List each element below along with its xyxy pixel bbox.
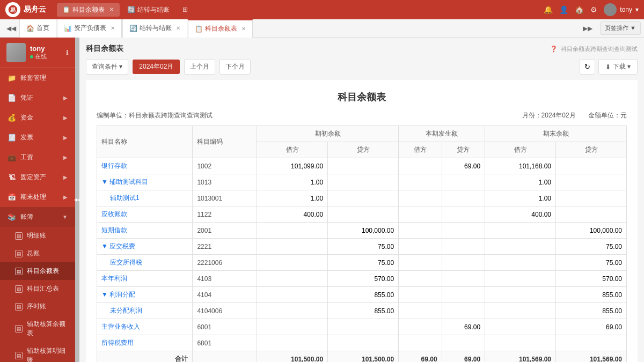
download-button[interactable]: ⬇ 下载 ▾ <box>598 59 638 75</box>
cell-cur-credit <box>442 287 485 303</box>
tab-operations-btn[interactable]: 页签操作 ▼ <box>600 21 641 35</box>
user-name-top: tony <box>620 6 632 13</box>
submenu-subject-summary[interactable]: ▤ 科目汇总表 <box>0 280 75 298</box>
user-icon[interactable]: 👤 <box>559 5 568 14</box>
report-month-currency: 月份：2024年02月 金额单位：元 <box>522 111 627 120</box>
cell-name[interactable]: 应交所得税 <box>97 255 193 271</box>
page-hint: 科目余额表跨期查询查询测试 <box>561 45 638 53</box>
tab-assets-icon: 📊 <box>64 25 72 32</box>
cell-ob-debit <box>257 271 328 287</box>
cell-name[interactable]: 本年利润 <box>97 271 193 287</box>
cell-ob-credit <box>328 174 399 190</box>
th-ob-debit: 借方 <box>257 142 328 158</box>
tab-next-btn[interactable]: ▶▶ <box>580 23 596 34</box>
salary-icon: 💼 <box>8 153 16 161</box>
cell-code: 1013001 <box>193 190 257 206</box>
top-tab-kemuyuebiao[interactable]: 📋 科目余额表 ✕ <box>57 3 120 17</box>
top-tab-icon: 📋 <box>62 6 70 13</box>
th-subject-code: 科目编码 <box>193 126 257 158</box>
cell-ob-credit: 75.00 <box>328 239 399 255</box>
top-tab-jiezhuan[interactable]: 🔄 结转与结账 <box>122 3 175 17</box>
refresh-button[interactable]: ↻ <box>580 59 595 75</box>
fixed-assets-icon: 🏗 <box>8 173 16 181</box>
top-tab-close[interactable]: ✕ <box>109 6 114 13</box>
cell-cur-credit <box>442 174 485 190</box>
cell-name[interactable]: 辅助测试1 <box>97 190 193 206</box>
tab-transfer-close[interactable]: ✕ <box>176 25 180 31</box>
sidebar-item-fixed-assets[interactable]: 🏗 固定资产 ▶ <box>0 167 75 187</box>
submenu-journal[interactable]: ▤ 序时账 <box>0 298 75 315</box>
cell-ob-debit <box>257 335 328 351</box>
cell-cb-credit: 69.00 <box>556 319 627 335</box>
app-name: 易舟云 <box>24 5 46 14</box>
cell-cur-credit <box>442 206 485 223</box>
download-icon: ⬇ <box>605 63 611 71</box>
next-month-button[interactable]: 下个月 <box>219 59 251 75</box>
sidebar-item-account-mgmt[interactable]: 📁 账套管理 <box>0 68 75 88</box>
user-details: tony 在线 <box>30 45 47 61</box>
page-hint-icon: ❓ <box>550 46 558 53</box>
submenu-dot-2: ▤ <box>15 250 23 257</box>
table-row: 银行存款 1002 101,099.00 69.00 101,168.00 <box>97 158 627 174</box>
cell-ob-debit: 400.00 <box>257 206 328 223</box>
submenu-aux-detailed[interactable]: ▤ 辅助核算明细账 <box>0 342 75 362</box>
user-info-top[interactable]: tony ▾ <box>604 3 639 16</box>
cell-name[interactable]: 短期借款 <box>97 223 193 239</box>
table-row: 合计 101,500.00 101,500.00 69.00 69.00 101… <box>97 351 627 363</box>
period-end-icon: 📅 <box>8 193 16 201</box>
sidebar-item-ledger[interactable]: 📚 账簿 ▼ <box>0 207 75 227</box>
date-button[interactable]: 2024年02月 <box>133 60 180 74</box>
tab-trial-balance[interactable]: 📋 科目余额表 ✕ <box>188 19 253 38</box>
cell-cb-credit: 75.00 <box>556 239 627 255</box>
cell-name[interactable]: ▼ 辅助测试科目 <box>97 174 193 190</box>
add-tab-icon: ⊞ <box>182 6 188 13</box>
cell-name[interactable]: ▼ 应交税费 <box>97 239 193 255</box>
tab-home[interactable]: 🏠 首页 <box>19 19 56 38</box>
top-tab-add[interactable]: ⊞ <box>177 4 193 16</box>
cell-name[interactable]: ▼ 利润分配 <box>97 287 193 303</box>
sidebar-item-voucher[interactable]: 📄 凭证 ▶ <box>0 88 75 108</box>
cell-name[interactable]: 未分配利润 <box>97 303 193 319</box>
cell-name[interactable]: 所得税费用 <box>97 335 193 351</box>
tab-assets-close[interactable]: ✕ <box>111 25 115 31</box>
fixed-assets-label: 固定资产 <box>20 173 46 182</box>
tab-transfer[interactable]: 🔄 结转与结账 ✕ <box>122 19 187 38</box>
table-row: ▼ 利润分配 4104 855.00 855.00 <box>97 287 627 303</box>
home-icon[interactable]: 🏠 <box>575 5 584 14</box>
sidebar-collapse-handle[interactable]: ◀ <box>75 38 79 362</box>
tab-assets[interactable]: 📊 资产负债表 ✕ <box>57 19 122 38</box>
cell-code: 1122 <box>193 206 257 223</box>
sidebar-item-invoice[interactable]: 🧾 发票 ▶ <box>0 128 75 147</box>
voucher-label: 凭证 <box>20 93 33 102</box>
cell-ob-debit <box>257 223 328 239</box>
toolbar: 查询条件 ▾ 2024年02月 上个月 下个月 ↻ ⬇ 下载 ▾ <box>86 59 638 75</box>
filter-button[interactable]: 查询条件 ▾ <box>86 59 128 75</box>
sidebar-item-funds[interactable]: 💰 资金 ▶ <box>0 108 75 128</box>
cell-name[interactable]: 银行存款 <box>97 158 193 174</box>
cell-code: 4104 <box>193 287 257 303</box>
user-info-sidebar-icon[interactable]: ℹ <box>66 49 69 56</box>
sidebar-item-salary[interactable]: 💼 工资 ▶ <box>0 147 75 167</box>
logo-icon: 易 <box>5 2 20 17</box>
cell-cb-credit: 101,569.00 <box>556 351 627 363</box>
submenu-aux-balance[interactable]: ▤ 辅助核算余额表 <box>0 315 75 342</box>
cell-name[interactable]: 主营业务收入 <box>97 319 193 335</box>
submenu-general-ledger[interactable]: ▤ 总账 <box>0 245 75 262</box>
submenu-detailed-ledger[interactable]: ▤ 明细账 <box>0 227 75 245</box>
tab-trial-close[interactable]: ✕ <box>241 26 246 32</box>
cell-cur-credit <box>442 223 485 239</box>
cell-cur-debit <box>399 158 442 174</box>
bell-icon[interactable]: 🔔 <box>544 5 553 14</box>
cell-ob-credit <box>328 335 399 351</box>
sidebar-item-period-end[interactable]: 📅 期末处理 ▶ <box>0 187 75 207</box>
cell-ob-credit: 855.00 <box>328 303 399 319</box>
sidebar-username: tony <box>30 45 47 53</box>
tab-prev-btn[interactable]: ◀◀ <box>3 23 19 34</box>
cell-ob-debit <box>257 287 328 303</box>
submenu-trial-balance[interactable]: ▤ 科目余额表 <box>0 262 75 280</box>
cell-name[interactable]: 应收账款 <box>97 206 193 223</box>
cell-cb-credit: 855.00 <box>556 287 627 303</box>
funds-arrow: ▶ <box>63 115 68 121</box>
settings-icon[interactable]: ⚙ <box>590 5 597 14</box>
prev-month-button[interactable]: 上个月 <box>184 59 215 75</box>
